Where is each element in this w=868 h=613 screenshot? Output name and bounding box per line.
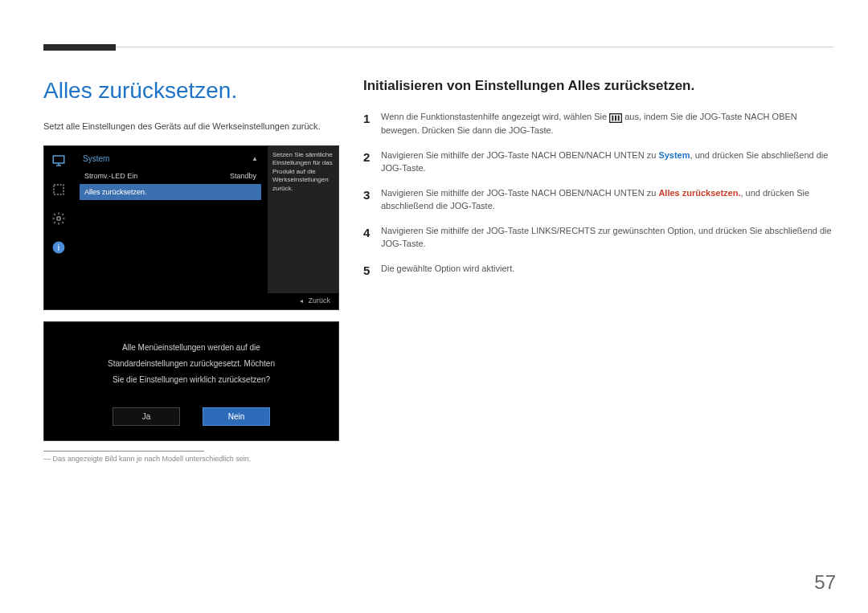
step-text: Navigieren Sie mithilfe der JOG-Taste NA…: [381, 186, 833, 213]
chevron-left-icon: ◂: [300, 297, 303, 304]
osd-row-label: Alles zurücksetzen.: [84, 188, 147, 196]
osd-row-led: Stromv.-LED Ein Standby: [80, 168, 261, 184]
step-2: 2 Navigieren Sie mithilfe der JOG-Taste …: [363, 149, 833, 175]
header-rule: [116, 47, 833, 47]
svg-rect-8: [612, 116, 613, 121]
step-text: Navigieren Sie mithilfe der JOG-Taste LI…: [381, 224, 833, 251]
gear-icon: [47, 207, 70, 230]
step-1: 1 Wenn die Funktionstastenhilfe angezeig…: [363, 110, 833, 137]
osd-help-text: Setzen Sie sämtliche Einstellungen für d…: [268, 146, 338, 293]
step-text: Die gewählte Option wird aktiviert.: [381, 262, 833, 280]
note-separator: [43, 451, 204, 452]
confirm-text-3: Sie die Einstellungen wirklich zurückset…: [59, 372, 324, 388]
display-icon: [47, 178, 70, 201]
svg-rect-9: [615, 116, 616, 121]
step-number: 3: [363, 186, 381, 213]
disclaimer-note: ― Das angezeigte Bild kann je nach Model…: [43, 455, 341, 463]
monitor-icon: [47, 149, 70, 172]
page-number: 57: [814, 571, 836, 594]
osd-sidebar: i: [44, 146, 73, 293]
highlight-reset: Alles zurücksetzen.: [658, 188, 740, 198]
step-number: 1: [363, 110, 381, 137]
osd-back-label: Zurück: [308, 296, 330, 304]
info-icon: i: [47, 236, 70, 259]
highlight-system: System: [658, 150, 690, 160]
step-text: Wenn die Funktionstastenhilfe angezeigt …: [381, 110, 833, 137]
svg-rect-0: [53, 156, 64, 163]
step-4: 4 Navigieren Sie mithilfe der JOG-Taste …: [363, 224, 833, 251]
step-text-pre: Navigieren Sie mithilfe der JOG-Taste NA…: [381, 150, 658, 160]
svg-rect-3: [54, 185, 63, 194]
section-description: Setzt alle Einstellungen des Geräts auf …: [43, 121, 341, 131]
osd-back-hint: ◂Zurück: [44, 293, 338, 309]
yes-button: Ja: [113, 407, 180, 426]
step-number: 4: [363, 224, 381, 251]
confirm-text-1: Alle Menüeinstellungen werden auf die: [59, 340, 324, 356]
confirm-text-2: Standardeinstellungen zurückgesetzt. Möc…: [59, 356, 324, 372]
right-column: Initialisieren von Einstellungen Alles z…: [363, 78, 833, 291]
no-button: Nein: [203, 407, 270, 426]
step-number: 2: [363, 149, 381, 175]
left-column: Alles zurücksetzen. Setzt alle Einstellu…: [43, 78, 341, 463]
note-text: Das angezeigte Bild kann je nach Modell …: [53, 455, 252, 463]
step-5: 5 Die gewählte Option wird aktiviert.: [363, 262, 833, 280]
step-3: 3 Navigieren Sie mithilfe der JOG-Taste …: [363, 186, 833, 213]
osd-title-text: System: [83, 154, 109, 163]
header-tab: [43, 44, 116, 51]
svg-rect-10: [618, 116, 620, 121]
menu-icon: [609, 111, 622, 125]
chevron-up-icon: ▲: [252, 155, 258, 162]
section-heading: Alles zurücksetzen.: [43, 78, 341, 104]
osd-row-label: Stromv.-LED Ein: [84, 172, 137, 180]
osd-row-reset: Alles zurücksetzen.: [80, 184, 261, 200]
step-text-pre: Navigieren Sie mithilfe der JOG-Taste NA…: [381, 188, 658, 198]
svg-point-4: [57, 217, 61, 221]
step-text: Navigieren Sie mithilfe der JOG-Taste NA…: [381, 149, 833, 175]
osd-menu-title: System ▲: [80, 151, 261, 168]
osd-menu-screenshot: i System ▲ Stromv.-LED Ein Standby Alles…: [43, 145, 339, 310]
instructions-heading: Initialisieren von Einstellungen Alles z…: [363, 78, 833, 94]
osd-row-value: Standby: [230, 172, 256, 180]
step-text-pre: Wenn die Funktionstastenhilfe angezeigt …: [381, 112, 609, 121]
confirm-dialog-screenshot: Alle Menüeinstellungen werden auf die St…: [43, 321, 339, 441]
svg-text:i: i: [58, 243, 59, 252]
note-dash: ―: [43, 455, 51, 463]
step-number: 5: [363, 262, 381, 280]
